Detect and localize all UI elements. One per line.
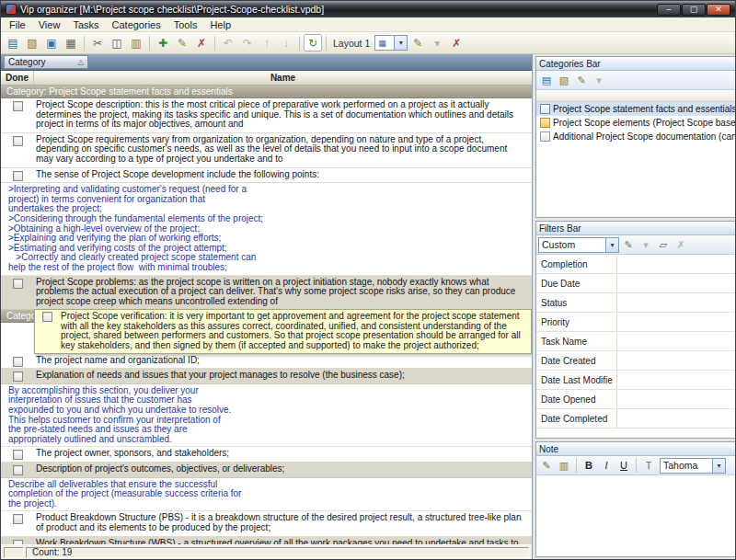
minimize-button[interactable]: – <box>657 4 681 16</box>
filters-toolbar-icons: ✎ ▾ ▱ ✗ <box>620 237 689 253</box>
category-label: Additional Project Scope documentation (… <box>553 131 736 142</box>
task-row[interactable]: The project name and organizational ID; <box>1 354 532 370</box>
filter-dropdown-icon[interactable]: ▾ <box>638 237 654 253</box>
toolbar-separator <box>299 36 300 51</box>
print-icon[interactable]: ▦ <box>62 34 80 51</box>
task-checkbox[interactable] <box>13 357 23 367</box>
erase-filter-icon[interactable]: ▱ <box>655 237 672 253</box>
underline-icon[interactable]: U <box>615 458 632 474</box>
chevron-down-icon[interactable]: ▾ <box>394 36 407 50</box>
task-row[interactable]: Project Scope requirements vary from org… <box>1 133 532 168</box>
layout-dropdown-icon[interactable]: ▾ <box>428 34 446 51</box>
task-row[interactable]: The sense of Project Scope development i… <box>1 168 532 184</box>
filter-value-cell[interactable] <box>617 293 736 312</box>
menu-item[interactable]: Tasks <box>66 18 105 31</box>
add-task-icon[interactable]: ✚ <box>154 34 172 51</box>
task-checkbox[interactable] <box>13 171 23 181</box>
italic-icon[interactable]: I <box>598 458 615 474</box>
chevron-down-icon[interactable]: ▾ <box>712 459 725 473</box>
menu-item[interactable]: Help <box>203 18 237 31</box>
task-checkbox[interactable] <box>13 465 23 475</box>
toolbar-separator <box>636 458 637 473</box>
done-cell <box>1 537 34 544</box>
paste-note-icon[interactable]: ▥ <box>556 458 572 474</box>
note-panel: Note ▫ ↧ × ✎ ▥ <box>535 441 736 557</box>
category-tree-item[interactable]: Project Scope statement facts and essent… <box>536 102 736 116</box>
annotation-text: Describe all deliverables that ensure th… <box>1 478 532 512</box>
delete-layout-icon[interactable]: ✗ <box>447 34 466 51</box>
task-text: Product Breakdown Structure (PBS) - it i… <box>34 511 532 535</box>
redo-icon[interactable]: ↷ <box>238 34 257 51</box>
menu-item[interactable]: Tools <box>167 18 204 31</box>
new-category-icon[interactable]: ▤ <box>538 73 555 88</box>
move-down-icon[interactable]: ↓ <box>277 34 295 51</box>
category-row-label: Category: Project Scope statement facts … <box>6 86 233 97</box>
task-checkbox[interactable] <box>13 136 23 146</box>
task-text: Work Breakdown Structure (WBS) - a struc… <box>34 537 532 544</box>
clear-filter-icon[interactable]: ✗ <box>673 237 689 253</box>
cut-icon[interactable]: ✂ <box>88 34 107 51</box>
menu-item[interactable]: Categories <box>106 18 167 31</box>
more-options-icon[interactable]: ▾ <box>591 73 607 88</box>
font-family-combo[interactable]: Tahoma ▾ <box>660 458 726 474</box>
copy-icon[interactable]: ◫ <box>108 34 126 51</box>
filters-bar-panel: Filters Bar ▫ ↧ × Custom ▾ ✎ <box>535 221 736 439</box>
filter-value-cell[interactable] <box>617 274 736 292</box>
chevron-down-icon[interactable]: ▾ <box>605 238 618 252</box>
save-icon[interactable]: ▣ <box>42 34 61 51</box>
edit-filter-icon[interactable]: ✎ <box>620 237 637 253</box>
edit-task-icon[interactable]: ✎ <box>173 34 191 51</box>
task-row[interactable]: Product Breakdown Structure (PBS) - it i… <box>1 511 532 536</box>
app-window: Vip organizer [M:\Project scope checklis… <box>0 0 736 560</box>
task-checkbox[interactable] <box>42 312 52 322</box>
task-row[interactable]: The project owner, sponsors, and stakeho… <box>1 447 532 463</box>
task-checkbox[interactable] <box>13 514 23 524</box>
category-row[interactable]: Category: Project Scope statement facts … <box>1 86 532 98</box>
filter-value-cell[interactable] <box>617 351 736 370</box>
filter-value-cell[interactable] <box>617 255 736 273</box>
task-checkbox[interactable] <box>13 279 23 289</box>
edit-layout-icon[interactable]: ✎ <box>408 34 427 51</box>
maximize-button[interactable]: ▢ <box>682 4 706 16</box>
task-checkbox[interactable] <box>13 101 23 111</box>
group-by-category-button[interactable]: Category △ <box>4 55 88 69</box>
task-row[interactable]: Explanation of needs and issues that you… <box>1 369 532 384</box>
layout-selector-combo[interactable]: ▦ ▾ <box>374 35 408 51</box>
menu-item[interactable]: View <box>32 18 67 31</box>
filter-value-cell[interactable] <box>617 371 736 389</box>
edit-category-icon[interactable]: ✎ <box>573 73 590 88</box>
filter-value-cell[interactable] <box>617 332 736 350</box>
filter-row: Task Name ▾ <box>536 332 736 351</box>
open-database-icon[interactable]: ▧ <box>23 34 41 51</box>
font-icon[interactable]: T <box>640 458 657 474</box>
note-editor-area[interactable] <box>536 475 736 556</box>
selected-task-overlay[interactable]: Project Scope verification: it is very i… <box>34 309 532 353</box>
filter-value-cell[interactable] <box>617 313 736 331</box>
task-checkbox[interactable] <box>13 371 23 382</box>
filter-row: Due Date ▾ <box>536 274 736 293</box>
move-up-icon[interactable]: ↑ <box>258 34 276 51</box>
task-row[interactable]: Project Scope problems: as the project s… <box>1 276 532 311</box>
new-database-icon[interactable]: ▤ <box>4 34 22 51</box>
column-headers: Done Name <box>1 71 532 86</box>
close-button[interactable]: ✕ <box>707 4 730 16</box>
category-tree-item[interactable]: Additional Project Scope documentation (… <box>536 130 736 143</box>
delete-task-icon[interactable]: ✗ <box>192 34 211 51</box>
task-row[interactable]: Project Scope description: this is the m… <box>1 98 532 133</box>
task-checkbox[interactable] <box>13 450 23 460</box>
category-tree-item[interactable]: Project Scope elements (Project Scope ba… <box>536 116 736 130</box>
edit-note-icon[interactable]: ✎ <box>538 458 555 474</box>
filter-value-cell[interactable] <box>617 409 736 428</box>
column-header-done[interactable]: Done <box>1 71 34 85</box>
bold-icon[interactable]: B <box>581 458 597 474</box>
undo-icon[interactable]: ↶ <box>219 34 237 51</box>
filter-value-cell[interactable] <box>617 390 736 408</box>
column-header-name[interactable]: Name <box>34 71 532 85</box>
refresh-icon[interactable]: ↻ <box>304 34 322 51</box>
paste-icon[interactable]: ▥ <box>127 34 145 51</box>
open-category-icon[interactable]: ▧ <box>556 73 572 88</box>
filter-preset-combo[interactable]: Custom ▾ <box>538 237 619 253</box>
menu-item[interactable]: File <box>3 18 32 31</box>
task-row[interactable]: Description of project's outcomes, objec… <box>1 463 532 478</box>
task-row[interactable]: Work Breakdown Structure (WBS) - a struc… <box>1 537 532 544</box>
